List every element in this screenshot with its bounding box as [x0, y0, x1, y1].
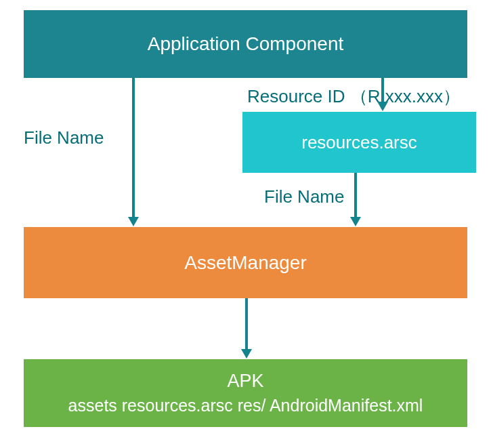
arrow-appcomponent-to-assetmanager-head [128, 217, 139, 226]
box-resources-arsc: resources.arsc [242, 112, 476, 173]
arrow-appcomponent-to-resources-line [381, 78, 384, 102]
label-file-name-right: File Name [264, 186, 344, 207]
text-application-component: Application Component [148, 33, 344, 55]
text-asset-manager: AssetManager [184, 252, 307, 274]
arrow-assetmanager-to-apk-line [245, 298, 248, 349]
label-resource-id: Resource ID （R.xxx.xxx） [247, 85, 461, 108]
arrow-resources-to-assetmanager-head [350, 217, 361, 226]
arrow-appcomponent-to-assetmanager-line [132, 78, 135, 217]
text-apk-title: APK [227, 369, 263, 394]
text-apk-subtitle: assets resources.arsc res/ AndroidManife… [68, 394, 423, 418]
arrow-appcomponent-to-resources-head [377, 102, 388, 111]
arrow-assetmanager-to-apk-head [241, 349, 252, 359]
box-apk: APK assets resources.arsc res/ AndroidMa… [24, 359, 467, 427]
arrow-resources-to-assetmanager-line [354, 173, 357, 217]
box-application-component: Application Component [24, 10, 467, 78]
box-asset-manager: AssetManager [24, 227, 467, 298]
text-resources-arsc: resources.arsc [301, 132, 417, 153]
label-file-name-left: File Name [24, 127, 104, 148]
